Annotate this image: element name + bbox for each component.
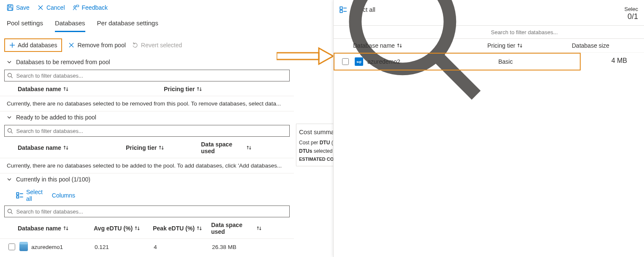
tab-per-database[interactable]: Per database settings (97, 17, 158, 32)
col-db-name[interactable]: Database name (340, 42, 487, 49)
section-add-title: Ready to be added to this pool (16, 114, 96, 121)
col-pricing-tier[interactable]: Pricing tier (126, 144, 201, 151)
col-data-space[interactable]: Data space used (201, 141, 252, 154)
close-icon (68, 42, 75, 49)
section-removed-header[interactable]: Databases to be removed from pool (0, 56, 294, 68)
svg-line-12 (11, 76, 12, 78)
svg-rect-45 (277, 53, 319, 60)
col-data-space[interactable]: Data space used (211, 222, 262, 235)
add-databases-flyout: Select all Selec 0/1 Database name Prici… (333, 0, 644, 257)
table-row[interactable]: sql azuredemo2 Basic (334, 54, 580, 70)
svg-point-11 (8, 73, 11, 77)
cell-db-name: azuredemo2 (367, 58, 498, 65)
svg-rect-6 (76, 5, 79, 7)
col-peak-edtu[interactable]: Peak eDTU (%) (153, 225, 211, 232)
section-current-header[interactable]: Currently in this pool (1/100) (0, 173, 294, 185)
sql-database-icon: sql (355, 57, 363, 66)
svg-line-18 (11, 132, 12, 133)
undo-icon (132, 42, 139, 49)
plus-icon (9, 42, 15, 48)
select-all-icon (16, 192, 24, 199)
cell-db-name: azuredemo1 (31, 244, 95, 250)
cell-db-size: 4 MB (611, 57, 627, 65)
sort-icon (63, 86, 69, 92)
col-db-name[interactable]: Database name (18, 225, 94, 232)
svg-point-35 (8, 209, 11, 213)
row-checkbox[interactable] (342, 58, 349, 65)
add-search[interactable] (4, 125, 290, 137)
section-current-title: Currently in this pool (1/100) (16, 176, 90, 183)
save-label: Save (16, 4, 30, 11)
search-icon (7, 208, 13, 214)
sort-icon (63, 225, 69, 231)
table-row[interactable]: azuredemo1 0.121 4 26.38 MB (0, 239, 294, 255)
flyout-search-input[interactable] (490, 29, 638, 36)
col-pricing-tier[interactable]: Pricing tier (487, 42, 572, 49)
sort-icon (256, 225, 262, 231)
section-add-header[interactable]: Ready to be added to this pool (0, 111, 294, 123)
removed-search-input[interactable] (16, 72, 287, 79)
cell-avg: 0.121 (95, 244, 154, 250)
main-panel: Save Cancel Feedback Pool settings Datab… (0, 0, 294, 257)
add-databases-label: Add databases (18, 42, 57, 49)
current-select-all[interactable]: Select all (16, 189, 43, 202)
person-feedback-icon (73, 4, 79, 11)
svg-rect-27 (16, 196, 19, 198)
save-icon (7, 4, 14, 11)
add-columns: Database name Pricing tier Data space us… (0, 138, 294, 158)
cell-peak: 4 (154, 244, 212, 250)
revert-selected-button: Revert selected (132, 42, 182, 49)
current-columns: Database name Avg eDTU (%) Peak eDTU (%)… (0, 218, 294, 239)
cancel-button[interactable]: Cancel (37, 4, 65, 11)
sort-icon (397, 43, 402, 49)
annotation-arrow-icon (277, 46, 334, 66)
save-button[interactable]: Save (7, 4, 30, 11)
col-db-name[interactable]: Database name (18, 86, 164, 92)
sort-icon (158, 145, 164, 151)
cost-line-1: Cost per DTU (in (299, 140, 333, 146)
current-toolbar: Select all Columns (0, 185, 294, 204)
svg-rect-2 (8, 8, 12, 11)
current-search-input[interactable] (16, 208, 287, 215)
tab-bar: Pool settings Databases Per database set… (0, 14, 294, 32)
row-checkbox[interactable] (8, 243, 15, 250)
chevron-down-icon (7, 115, 12, 120)
flyout-selected-counter: Selec 0/1 (624, 6, 638, 21)
flyout-search[interactable] (334, 25, 644, 39)
cost-title: Cost summa (299, 128, 333, 135)
database-icon (19, 243, 28, 251)
chevron-down-icon (7, 177, 12, 182)
cost-estimated: ESTIMATED CO (299, 157, 333, 162)
removed-columns: Database name Pricing tier (0, 82, 294, 96)
col-db-name[interactable]: Database name (18, 144, 126, 151)
col-pricing-tier[interactable]: Pricing tier (164, 86, 251, 92)
chevron-down-icon (7, 60, 12, 65)
search-icon (7, 128, 13, 134)
add-databases-button[interactable]: Add databases (4, 38, 62, 52)
feedback-button[interactable]: Feedback (73, 4, 108, 11)
removed-search[interactable] (4, 70, 290, 81)
svg-rect-1 (8, 5, 11, 7)
col-avg-edtu[interactable]: Avg eDTU (%) (94, 225, 153, 232)
tab-pool-settings[interactable]: Pool settings (7, 17, 43, 32)
svg-rect-25 (16, 193, 19, 195)
sort-icon (63, 145, 69, 151)
add-search-input[interactable] (16, 127, 287, 135)
databases-actions: Add databases Remove from pool Revert se… (0, 32, 294, 56)
add-empty-text: Currently, there are no databases select… (0, 158, 294, 173)
command-bar: Save Cancel Feedback (0, 0, 294, 14)
remove-label: Remove from pool (77, 42, 125, 49)
search-icon (7, 73, 13, 78)
current-search[interactable] (4, 206, 290, 217)
flyout-row-highlight: sql azuredemo2 Basic (334, 53, 581, 70)
close-icon (37, 4, 44, 11)
current-columns-button[interactable]: Columns (49, 189, 75, 202)
cell-space: 26.38 MB (212, 244, 263, 250)
svg-point-5 (73, 6, 76, 8)
tab-databases[interactable]: Databases (55, 17, 85, 32)
sort-icon (196, 86, 202, 92)
col-db-size[interactable]: Database size (572, 42, 622, 49)
svg-marker-46 (319, 48, 333, 64)
remove-from-pool-button[interactable]: Remove from pool (68, 42, 125, 49)
svg-line-36 (11, 212, 12, 214)
